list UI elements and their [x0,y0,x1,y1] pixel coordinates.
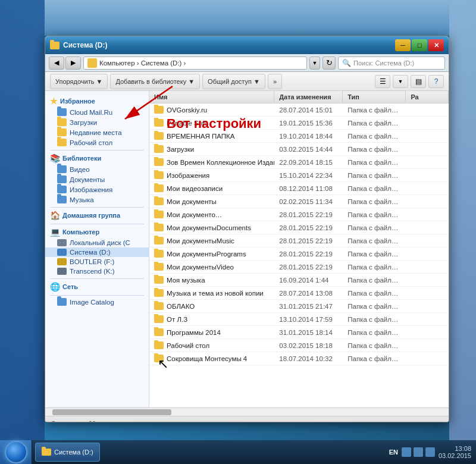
file-type-cell: Папка с файлами [343,210,406,220]
file-name: Мои документыVideo [167,264,234,271]
content-area: ★ Избранное Cloud Mail.Ru Загрузки Недав… [45,91,449,407]
sort-button[interactable]: Упорядочить ▼ [50,74,108,89]
horizontal-scrollbar[interactable] [45,407,449,416]
file-folder-icon [154,197,164,205]
file-date-cell: 03.02.2015 18:18 [274,341,343,350]
path-folder-icon [87,58,97,68]
table-row[interactable]: Мои документы 02.02.2015 11:34 Папка с ф… [149,195,449,208]
sidebar-item-image-catalog[interactable]: Image Catalog [45,297,149,307]
file-name: OVGorskiy.ru [167,106,207,114]
table-row[interactable]: Мои документыDocuments 28.01.2015 22:19 … [149,221,449,234]
sidebar-item-docs[interactable]: Документы [45,174,149,184]
file-list-header: Имя Дата изменения Тип Ра [149,91,449,104]
desktop: Система (D:) ─ □ ✕ ◀ ▶ [0,0,476,464]
image-catalog-icon [57,298,67,306]
table-row[interactable]: Portable Soft 19.01.2015 15:36 Папка с ф… [149,117,449,130]
table-row[interactable]: Изображения 15.10.2014 22:34 Папка с фай… [149,169,449,182]
table-row[interactable]: Мои документыVideo 28.01.2015 22:19 Папк… [149,261,449,274]
window-title-icon [50,42,60,49]
file-folder-icon [154,211,164,218]
file-date-cell: 28.01.2015 22:19 [274,223,343,233]
sidebar-item-system-d[interactable]: Система (D:) [45,247,149,257]
table-row[interactable]: Мои видеозаписи 08.12.2014 11:08 Папка с… [149,182,449,195]
bg-browser-left [0,0,45,464]
more-button[interactable]: » [268,74,282,89]
sidebar-item-downloads[interactable]: Загрузки [45,117,149,127]
sidebar-item-local-c[interactable]: Локальный диск (С [45,238,149,247]
table-row[interactable]: Мои документыPrograms 28.01.2015 22:19 П… [149,247,449,261]
file-folder-icon [154,341,164,349]
view-dropdown-button[interactable]: ▼ [393,75,408,88]
address-path[interactable]: Компьютер › Система (D:) › [83,57,307,70]
network-icon: 🌐 [50,282,60,291]
col-header-size[interactable]: Ра [406,91,449,103]
help-icon: ? [434,77,439,86]
forward-icon: ▶ [71,59,76,67]
table-row[interactable]: Программы 2014 31.01.2015 18:14 Папка с … [149,326,449,339]
table-row[interactable]: Загрузки 03.02.2015 14:44 Папка с файлам… [149,143,449,156]
view-list-button[interactable]: ☰ [375,75,390,88]
sidebar-item-desktop[interactable]: Рабочий стол [45,137,149,148]
back-button[interactable]: ◀ [49,57,64,70]
search-box[interactable]: 🔍 Поиск: Система (D:) [338,57,445,70]
close-button[interactable]: ✕ [428,39,444,51]
table-row[interactable]: Мои документыMusic 28.01.2015 22:19 Папк… [149,234,449,247]
add-library-button[interactable]: Добавить в библиотеку ▼ [110,74,200,89]
file-type-cell: Папка с файлами [343,158,406,167]
sidebar-item-recent[interactable]: Недавние места [45,127,149,137]
sidebar-item-boutler-f[interactable]: BOUTLER (F:) [45,257,149,267]
table-row[interactable]: ВРЕМЕННАЯ ПАПКА 19.10.2014 18:44 Папка с… [149,130,449,143]
file-date-cell: 18.07.2014 10:32 [274,354,343,363]
downloads-icon [57,118,67,126]
table-row[interactable]: Музыка и тема из новой копии 28.07.2014 … [149,287,449,300]
maximize-button[interactable]: □ [412,39,427,51]
address-dropdown-button[interactable]: ▼ [309,57,320,70]
file-date-cell: 31.01.2015 18:14 [274,328,343,337]
table-row[interactable]: От Л.З 13.10.2014 17:59 Папка с файлами [149,313,449,326]
notif-icon-2 [414,447,423,457]
file-size-cell [406,187,449,190]
file-type-cell: Папка с файлами [343,302,406,311]
file-size-cell [406,148,449,151]
sidebar-item-video[interactable]: Видео [45,164,149,174]
sidebar-item-cloud-mail[interactable]: Cloud Mail.Ru [45,107,149,117]
file-name-cell: Мои документыVideo [149,262,274,272]
file-name-cell: ОБЛАКО [149,301,274,311]
sidebar-item-music[interactable]: Музыка [45,195,149,205]
file-folder-icon [154,119,164,127]
toolbar: Упорядочить ▼ Добавить в библиотеку ▼ Об… [45,72,449,91]
table-row[interactable]: Сокровища Монтесумы 4 18.07.2014 10:32 П… [149,352,449,365]
file-name-cell: Моя музыка [149,275,274,285]
table-row[interactable]: ОБЛАКО 31.01.2015 21:47 Папка с файлами [149,300,449,313]
table-row[interactable]: Рабочий стол 03.02.2015 18:18 Папка с фа… [149,339,449,352]
table-row[interactable]: Зов Времен Коллекционное Издание 22.09.2… [149,156,449,169]
table-row[interactable]: OVGorskiy.ru 28.07.2014 15:01 Папка с фа… [149,104,449,117]
forward-button[interactable]: ▶ [65,57,81,70]
recent-icon [57,128,67,136]
col-header-name[interactable]: Имя [149,91,274,103]
taskbar-item-explorer[interactable]: Система (D:) [35,443,100,462]
file-rows-container: OVGorskiy.ru 28.07.2014 15:01 Папка с фа… [149,104,449,365]
sidebar-item-transcend-k[interactable]: Transcend (K:) [45,267,149,276]
preview-button[interactable]: ▤ [411,75,426,88]
table-row[interactable]: Мои документо… 28.01.2015 22:19 Папка с … [149,208,449,221]
col-header-type[interactable]: Тип [343,91,406,103]
back-icon: ◀ [54,59,59,67]
minimize-button[interactable]: ─ [395,39,411,51]
start-orb [5,441,27,463]
file-size-cell [406,200,449,203]
hscroll-thumb[interactable] [52,409,171,415]
status-items-count: Элементов: 20 [51,420,96,423]
share-button[interactable]: Общий доступ ▼ [202,74,265,89]
col-header-date[interactable]: Дата изменения [274,91,343,103]
file-name: Мои видеозаписи [167,185,223,192]
table-row[interactable]: Моя музыка 16.09.2014 1:44 Папка с файла… [149,274,449,287]
music-icon [57,196,67,203]
refresh-button[interactable]: ↻ [322,57,336,70]
file-name: От Л.З [167,316,187,323]
start-button[interactable] [0,440,32,464]
sidebar-item-images[interactable]: Изображения [45,184,149,195]
view-dropdown-icon: ▼ [398,79,403,84]
help-button[interactable]: ? [428,75,444,88]
file-type-cell: Папка с файлами [343,275,406,285]
